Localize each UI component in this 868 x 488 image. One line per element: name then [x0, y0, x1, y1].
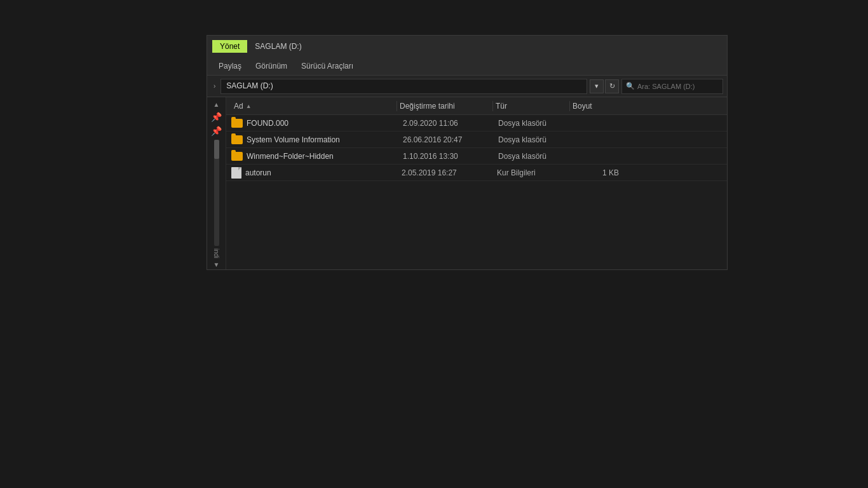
cell-size: 1 KB — [571, 168, 621, 177]
col-header-type[interactable]: Tür — [493, 102, 569, 111]
table-row[interactable]: FOUND.000 2.09.2020 11:06 Dosya klasörü — [226, 115, 727, 132]
nav-scrollbar[interactable] — [214, 140, 219, 246]
cell-type: Dosya klasörü — [496, 152, 572, 161]
cell-type: Kur Bilgileri — [494, 168, 571, 177]
col-header-date[interactable]: Değiştirme tarihi — [397, 102, 492, 111]
ribbon-tab-manage[interactable]: Yönet — [212, 40, 247, 53]
col-header-name[interactable]: Ad ▲ — [231, 102, 397, 111]
column-headers: Ad ▲ Değiştirme tarihi Tür Boyut — [226, 97, 727, 115]
address-arrow: › — [211, 81, 218, 91]
table-row[interactable]: System Volume Information 26.06.2016 20:… — [226, 132, 727, 148]
ribbon-bottom: Paylaş Görünüm Sürücü Araçları — [207, 57, 727, 75]
content-area: ▲ 📌 📌 indi ▼ Ad ▲ Değiştirme tarihi Tür — [207, 97, 727, 269]
sort-icon: ▲ — [246, 103, 252, 109]
cell-type: Dosya klasörü — [496, 135, 572, 144]
cell-name: Winmend~Folder~Hidden — [247, 152, 400, 161]
folder-icon — [231, 152, 243, 161]
pin-btn-2[interactable]: 📌 — [211, 126, 222, 136]
address-path[interactable]: SAGLAM (D:) — [220, 79, 587, 94]
nav-pane: ▲ 📌 📌 indi ▼ — [207, 97, 226, 269]
cell-name: System Volume Information — [247, 135, 400, 144]
search-box[interactable]: 🔍 — [621, 79, 723, 94]
cell-type: Dosya klasörü — [496, 119, 572, 128]
ribbon-top: Yönet SAGLAM (D:) — [207, 36, 727, 57]
cell-date: 2.05.2019 16:27 — [399, 168, 494, 177]
table-row[interactable]: autorun 2.05.2019 16:27 Kur Bilgileri 1 … — [226, 165, 727, 181]
ribbon: Yönet SAGLAM (D:) Paylaş Görünüm Sürücü … — [207, 36, 727, 76]
cell-name: autorun — [245, 168, 399, 177]
folder-icon — [231, 119, 243, 128]
explorer-window: Yönet SAGLAM (D:) Paylaş Görünüm Sürücü … — [207, 35, 728, 270]
ribbon-title: SAGLAM (D:) — [255, 42, 301, 51]
ribbon-menu-surucu[interactable]: Sürücü Araçları — [295, 60, 360, 72]
scroll-down[interactable]: ▼ — [212, 260, 221, 269]
dropdown-btn[interactable]: ▾ — [590, 79, 604, 93]
cell-name: FOUND.000 — [247, 119, 400, 128]
cell-date: 2.09.2020 11:06 — [400, 119, 496, 128]
cell-date: 26.06.2016 20:47 — [400, 135, 496, 144]
nav-scrollbar-thumb — [214, 140, 219, 159]
pin-btn-1[interactable]: 📌 — [211, 112, 222, 122]
col-name-label: Ad — [234, 102, 243, 111]
folder-icon — [231, 135, 243, 144]
address-bar: › SAGLAM (D:) ▾ ↻ 🔍 — [207, 76, 727, 97]
file-icon — [231, 167, 241, 179]
search-input[interactable] — [637, 83, 714, 90]
address-controls: ▾ ↻ — [590, 79, 619, 93]
nav-label: indi — [213, 248, 220, 259]
col-header-size[interactable]: Boyut — [570, 102, 621, 111]
scroll-up[interactable]: ▲ — [212, 100, 221, 109]
ribbon-menu-gorunum[interactable]: Görünüm — [249, 60, 294, 72]
refresh-btn[interactable]: ↻ — [605, 79, 619, 93]
cell-date: 1.10.2016 13:30 — [400, 152, 496, 161]
ribbon-menu-paylas[interactable]: Paylaş — [212, 60, 248, 72]
search-icon: 🔍 — [626, 82, 635, 90]
table-row[interactable]: Winmend~Folder~Hidden 1.10.2016 13:30 Do… — [226, 148, 727, 165]
file-list: Ad ▲ Değiştirme tarihi Tür Boyut FOUND.0… — [226, 97, 727, 269]
